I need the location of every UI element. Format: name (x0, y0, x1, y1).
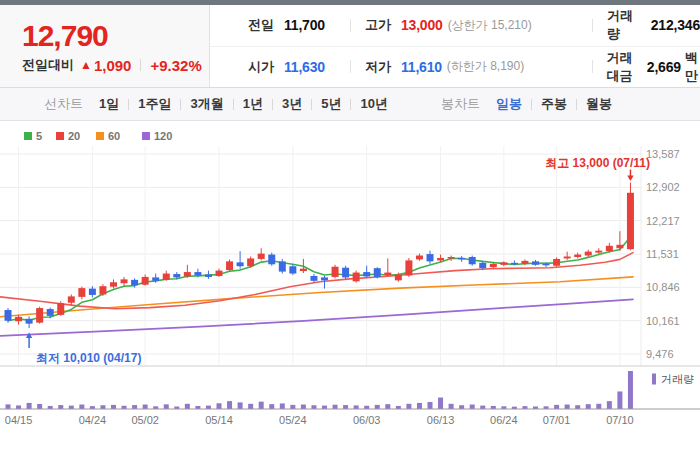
day-low-label: 저가 (365, 58, 391, 76)
volume-bar (16, 405, 21, 409)
volume-bar (354, 405, 359, 409)
trade-amount-label: 거래대금 (607, 49, 637, 85)
divider (592, 60, 593, 73)
day-open-label: 시가 (248, 58, 274, 76)
volume-bar (607, 401, 612, 409)
candle-down (268, 255, 275, 265)
stats-table: 전일 11,700 고가 13,000 (상한가 15,210) 거래량 212… (210, 5, 700, 87)
x-axis-label: 05/24 (279, 414, 307, 426)
chart-toolbar: 선차트 1일 1주일 3개월 1년 3년 5년 10년 봉차트 일봉 주봉 월봉 (0, 88, 700, 121)
volume-bar (438, 398, 443, 409)
volume-bar (301, 405, 306, 409)
divider (128, 99, 129, 110)
x-axis-label: 06/03 (353, 414, 381, 426)
change-label: 전일대비 (22, 56, 74, 74)
candle-up (500, 262, 507, 264)
divider (592, 19, 593, 32)
y-axis-label: 11,531 (646, 248, 679, 260)
period-3month[interactable]: 3개월 (190, 95, 223, 113)
day-high-cell: 고가 13,000 (상한가 15,210) (350, 16, 592, 34)
mode-weekly[interactable]: 주봉 (541, 95, 567, 113)
candle-up (36, 308, 43, 323)
candlestick-chart: 13,58712,90212,21711,53110,84610,1619,47… (0, 121, 700, 449)
volume-bar (27, 403, 32, 409)
volume-bar (333, 405, 338, 409)
period-group: 선차트 1일 1주일 3개월 1년 3년 5년 10년 (44, 95, 388, 113)
candle-up (616, 245, 623, 248)
divider (350, 60, 351, 73)
candle-down (532, 261, 539, 264)
volume-bar (417, 403, 422, 409)
volume-bar (217, 403, 222, 409)
volume-bar (69, 406, 74, 409)
x-axis-label: 07/10 (606, 414, 634, 426)
candle-down (342, 268, 349, 278)
candle-down (131, 280, 138, 285)
mode-monthly[interactable]: 월봉 (586, 95, 612, 113)
candle-down (469, 257, 476, 264)
period-5year[interactable]: 5년 (321, 95, 341, 113)
volume-bar (470, 405, 475, 409)
ma-legend-swatch (56, 132, 64, 140)
volume-bar (311, 405, 316, 409)
ma120-line (0, 299, 633, 336)
y-axis-label: 12,217 (646, 215, 680, 227)
volume-bar (385, 404, 390, 409)
volume-bar (628, 371, 633, 409)
prev-close-value: 11,700 (284, 17, 325, 33)
candle-down (310, 276, 317, 281)
candle-up (574, 255, 581, 257)
ma-legend-label: 120 (154, 130, 172, 142)
volume-bar (343, 405, 348, 409)
lower-limit-value: (하한가 8,190) (447, 58, 524, 75)
candle-up (353, 273, 360, 282)
ma-legend-label: 20 (68, 130, 80, 142)
x-axis-label: 04/15 (5, 414, 33, 426)
volume-bar (164, 404, 169, 409)
y-axis-label: 10,161 (646, 315, 680, 327)
trade-amount-value: 2,669 (647, 59, 681, 75)
volume-bar (227, 401, 232, 409)
volume-bar (586, 404, 591, 409)
ma-legend-label: 60 (108, 130, 120, 142)
candle-up (300, 269, 307, 271)
current-price-panel: 12,790 전일대비 ▲ 1,090 +9.32% (0, 5, 210, 87)
candle-up (332, 267, 339, 277)
divider (180, 99, 181, 110)
volume-bar (480, 406, 485, 409)
day-high-label: 고가 (365, 16, 391, 34)
candle-chart-label: 봉차트 (441, 95, 480, 113)
period-3year[interactable]: 3년 (282, 95, 302, 113)
volume-bar (406, 404, 411, 409)
day-open-value: 11,630 (284, 59, 325, 75)
divider (350, 19, 351, 32)
period-1week[interactable]: 1주일 (138, 95, 171, 113)
candle-down (26, 319, 33, 324)
volume-bar (143, 405, 148, 409)
mode-daily[interactable]: 일봉 (496, 95, 522, 113)
candle-up (15, 317, 22, 321)
candle-up (226, 261, 233, 270)
volume-bar (58, 405, 63, 409)
y-axis-label: 10,846 (646, 281, 680, 293)
price-header: 12,790 전일대비 ▲ 1,090 +9.32% 전일 11,700 고가 … (0, 5, 700, 88)
price-change-row: 전일대비 ▲ 1,090 +9.32% (22, 56, 209, 74)
candle-down (89, 289, 96, 295)
volume-bar (248, 404, 253, 409)
period-1day[interactable]: 1일 (99, 95, 119, 113)
period-1year[interactable]: 1년 (243, 95, 263, 113)
volume-bar (37, 404, 42, 409)
candle-down (237, 262, 244, 266)
x-axis-label: 07/01 (543, 414, 571, 426)
high-annotation-label: 최고 13,000 (07/11) (545, 156, 650, 170)
x-axis-label: 06/13 (427, 414, 455, 426)
candle-up (384, 273, 391, 275)
candle-up (405, 260, 412, 275)
candle-mode-group: 봉차트 일봉 주봉 월봉 (441, 95, 612, 113)
y-axis-label: 12,902 (646, 181, 680, 193)
candle-up (57, 303, 64, 315)
period-10year[interactable]: 10년 (360, 95, 387, 113)
prev-close-label: 전일 (248, 16, 274, 34)
candle-down (363, 272, 370, 276)
candle-up (142, 277, 149, 285)
